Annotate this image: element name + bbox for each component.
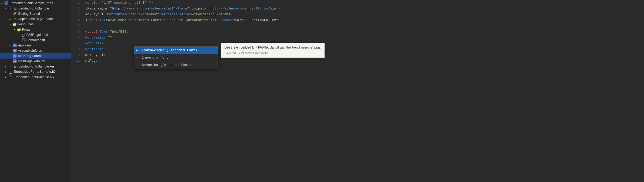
code-line-6: <Label Text="&#xf584;" <box>85 29 644 35</box>
sidebar-item-label: MainPage.xaml.cs <box>18 59 45 63</box>
project-icon: P <box>8 64 13 69</box>
sidebar-item-label: Fonts <box>22 28 30 31</box>
sidebar-item-resources[interactable]: 📁 Resources <box>0 22 71 27</box>
code-line-4: <Label Text="Welcome to Xamarin.Forms!" … <box>85 17 644 23</box>
sidebar-item-project-ios[interactable]: P EmbeddedFontsSample.iO <box>0 69 71 74</box>
sidebar-item-project-main[interactable]: P EmbeddedFontsSample <box>0 6 71 11</box>
expand-arrow[interactable] <box>5 65 8 68</box>
sidebar-item-getting-started[interactable]: 🚀 Getting Started <box>0 11 71 16</box>
expand-arrow[interactable] <box>1 2 4 5</box>
xaml-file-icon: X <box>13 43 17 47</box>
tooltip-popup: Use the embedded font FA5Regular.otf wit… <box>221 43 325 58</box>
sidebar-item-project-android[interactable]: P EmbeddedFontsSample.An <box>0 64 71 69</box>
code-line-3: ackLayout HorizontalOptions="Center" Ver… <box>85 12 644 17</box>
font-file-icon: F <box>21 33 25 37</box>
sidebar-item-dependencies[interactable]: ⊙ Dependencies (2 updates <box>0 16 71 22</box>
expand-arrow[interactable] <box>9 23 13 26</box>
sidebar-item-assemblyinfo[interactable]: C# AssemblyInfo.cs <box>0 48 71 53</box>
expand-arrow[interactable] <box>14 28 17 31</box>
tooltip-main-text: Use the embedded font FA5Regular.otf wit… <box>224 45 321 50</box>
code-lines[interactable]: version="1.0" encoding="utf-8" ?> tPage … <box>82 0 644 182</box>
font-icon: A <box>136 47 141 53</box>
font-file-icon: F <box>21 38 25 42</box>
sidebar-item-label: Getting Started <box>18 12 40 16</box>
expand-arrow[interactable] <box>5 70 8 73</box>
code-line-8: FontSize= <box>85 41 644 46</box>
sidebar-item-label: EmbeddedFontsSample.An <box>14 65 54 68</box>
code-line-2: tPage xmlns="http://xamarin.com/schemas/… <box>85 6 644 12</box>
sidebar-item-project-uwp[interactable]: P EmbeddedFontsSample.UV <box>0 74 71 80</box>
code-line-1: version="1.0" encoding="utf-8" ?> <box>85 0 644 6</box>
sidebar-item-label: EmbeddedFontsSample (mas <box>9 1 53 5</box>
cs-file-icon: C# <box>13 49 17 53</box>
code-area[interactable]: 1 2 3 4 5 6 7 8 9 10 11 version="1.0" en… <box>71 0 644 182</box>
autocomplete-item-label: Samantha (Embedded Font) <box>142 62 191 68</box>
cs-file-icon: C# <box>13 59 17 63</box>
expand-arrow[interactable] <box>5 7 8 10</box>
code-line-5 <box>85 23 644 29</box>
autocomplete-item-label: Import a font <box>142 55 168 61</box>
sidebar-item-label: Resources <box>18 22 34 26</box>
sidebar-item-mainpage-xaml[interactable]: X MainPage.xaml <box>0 53 71 59</box>
file-tree-sidebar: S EmbeddedFontsSample (mas P EmbeddedFon… <box>0 0 71 182</box>
autocomplete-item-import-font[interactable]: ✦ Import a font <box>134 54 218 61</box>
expand-arrow[interactable] <box>5 76 8 79</box>
code-editor-panel: 1 2 3 4 5 6 7 8 9 10 11 version="1.0" en… <box>71 0 644 182</box>
folder-icon: 📁 <box>17 27 21 32</box>
line-numbers: 1 2 3 4 5 6 7 8 9 10 11 <box>71 0 82 182</box>
tooltip-powered-by-text: Powered By MFractor Professional <box>224 51 321 55</box>
expand-arrow[interactable] <box>9 44 13 47</box>
sidebar-item-label: FA5Regular.otf <box>26 33 48 37</box>
autocomplete-dropdown[interactable]: A FontAwesome (Embedded Font) ✦ Import a… <box>134 46 218 69</box>
sidebar-item-label: App.xaml <box>18 44 32 47</box>
code-line-7: FontFamily="" <box>85 35 644 41</box>
sparkle-icon: ✦ <box>136 55 141 61</box>
sidebar-item-label: EmbeddedFontsSample.iO <box>14 70 56 74</box>
autocomplete-item-fontawesome[interactable]: A FontAwesome (Embedded Font) <box>134 47 218 54</box>
sidebar-item-label: Samantha.ttf <box>26 38 45 42</box>
autocomplete-item-label: FontAwesome (Embedded Font) <box>142 47 197 53</box>
sidebar-item-label: EmbeddedFontsSample <box>14 7 49 10</box>
sidebar-item-samantha[interactable]: F Samantha.ttf <box>0 37 71 43</box>
sidebar-item-solution[interactable]: S EmbeddedFontsSample (mas <box>0 1 71 6</box>
sidebar-item-fa5regular[interactable]: F FA5Regular.otf <box>0 32 71 37</box>
project-icon: P <box>8 6 13 11</box>
sidebar-item-label: EmbeddedFontsSample.UV <box>14 75 54 79</box>
solution-icon: S <box>4 1 8 5</box>
project-icon: P <box>8 70 13 74</box>
dependencies-icon: ⊙ <box>13 17 17 21</box>
expand-arrow[interactable] <box>9 18 13 21</box>
folder-icon: 📁 <box>13 22 17 26</box>
sidebar-item-label: Dependencies (2 updates <box>18 17 55 21</box>
project-icon: P <box>8 75 13 79</box>
sidebar-item-mainpage-xaml-cs[interactable]: C# MainPage.xaml.cs <box>0 59 71 64</box>
autocomplete-item-samantha[interactable]: Samantha (Embedded Font) <box>134 61 218 69</box>
sidebar-item-app-xaml[interactable]: X App.xaml <box>0 43 71 48</box>
rocket-icon: 🚀 <box>13 12 17 16</box>
xaml-file-icon: X <box>13 54 17 58</box>
sidebar-item-fonts[interactable]: 📁 Fonts <box>0 27 71 32</box>
sidebar-item-label: AssemblyInfo.cs <box>18 49 42 52</box>
sidebar-item-label: MainPage.xaml <box>18 54 42 58</box>
